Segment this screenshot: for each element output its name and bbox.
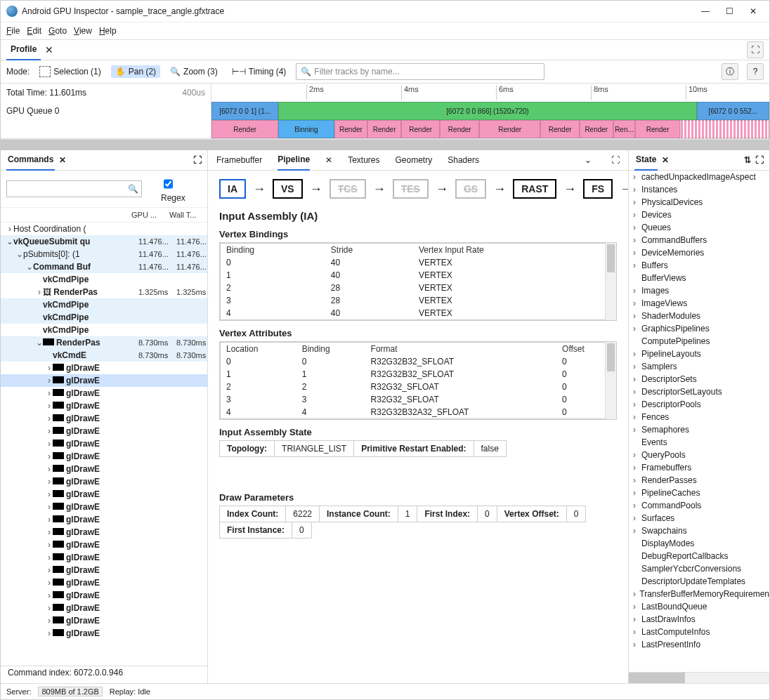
- stage-tes[interactable]: TES: [393, 179, 429, 199]
- timeline-block[interactable]: [6072 0 0 866] (1520x720): [278, 102, 697, 120]
- command-row[interactable]: ›glDrawE: [1, 463, 207, 475]
- command-row[interactable]: ⌄pSubmits[0]: (111.476...11.476...: [1, 248, 207, 260]
- state-item[interactable]: ›DescriptorPools: [629, 398, 769, 411]
- table-row[interactable]: 228VERTEX: [221, 282, 616, 294]
- command-row[interactable]: vkCmdPipe: [1, 273, 207, 286]
- timeline-block[interactable]: Render: [401, 120, 441, 138]
- fullscreen-icon[interactable]: ⛶: [193, 155, 202, 165]
- state-item[interactable]: ›ShaderModules: [629, 310, 769, 322]
- table-row[interactable]: 22R32G32_SFLOAT0: [221, 381, 616, 393]
- command-row[interactable]: ›glDrawE: [1, 513, 207, 526]
- table-row[interactable]: 328VERTEX: [221, 294, 616, 307]
- command-row[interactable]: vkCmdPipe: [1, 324, 207, 336]
- table-row[interactable]: 440VERTEX: [221, 307, 616, 320]
- close-button[interactable]: ✕: [743, 4, 764, 18]
- timeline-block[interactable]: [6072 0 0 552...: [697, 102, 769, 120]
- command-row[interactable]: ›glDrawE: [1, 437, 207, 450]
- timeline-block[interactable]: Render: [540, 120, 580, 138]
- table-row[interactable]: 00R32G32B32_SFLOAT0: [221, 355, 616, 368]
- state-item[interactable]: ›Samplers: [629, 360, 769, 373]
- command-row[interactable]: ›glDrawE: [1, 450, 207, 463]
- state-item[interactable]: ›GraphicsPipelines: [629, 322, 769, 335]
- stage-gs[interactable]: GS: [455, 179, 486, 199]
- sort-icon[interactable]: ⇅: [744, 155, 751, 165]
- state-item[interactable]: ›Semaphores: [629, 423, 769, 436]
- state-item[interactable]: ›PhysicalDevices: [629, 196, 769, 209]
- state-item[interactable]: ›Devices: [629, 209, 769, 221]
- filter-input[interactable]: 🔍Filter tracks by name...: [296, 63, 544, 80]
- table-row[interactable]: 44R32G32B32A32_SFLOAT0: [221, 406, 616, 419]
- command-row[interactable]: vkCmdPipe: [1, 311, 207, 324]
- state-item[interactable]: ComputePipelines: [629, 335, 769, 348]
- mode-pan[interactable]: ✋Pan (2): [111, 65, 160, 78]
- command-row[interactable]: ›glDrawE: [1, 387, 207, 399]
- timeline-block[interactable]: [680, 120, 769, 138]
- state-item[interactable]: ›Framebuffers: [629, 461, 769, 474]
- state-item[interactable]: DebugReportCallbacks: [629, 550, 769, 562]
- stage-fs[interactable]: FS: [583, 179, 613, 199]
- state-item[interactable]: ›cachedUnpackedImageAspect: [629, 171, 769, 183]
- command-row[interactable]: ›glDrawE: [1, 362, 207, 374]
- timeline-block[interactable]: Render: [367, 120, 401, 138]
- timeline-block[interactable]: Render: [334, 120, 368, 138]
- timeline-block[interactable]: Binning: [278, 120, 334, 138]
- scrollbar[interactable]: [605, 342, 616, 419]
- state-item[interactable]: ›Buffers: [629, 259, 769, 272]
- command-row[interactable]: ›glDrawE: [1, 539, 207, 551]
- timeline-block[interactable]: Render: [211, 120, 278, 138]
- info-icon[interactable]: ⓘ: [722, 63, 738, 80]
- command-row[interactable]: ›glDrawE: [1, 564, 207, 576]
- fullscreen-icon[interactable]: ⛶: [611, 155, 620, 165]
- close-icon[interactable]: ✕: [59, 155, 66, 165]
- state-item[interactable]: ›TransferBufferMemoryRequiremen: [629, 588, 769, 600]
- state-item[interactable]: ›DescriptorSetLayouts: [629, 385, 769, 398]
- state-item[interactable]: ›Fences: [629, 411, 769, 423]
- command-row[interactable]: ›glDrawE: [1, 576, 207, 589]
- command-search-input[interactable]: [6, 180, 142, 197]
- fullscreen-icon[interactable]: ⛶: [747, 41, 764, 58]
- state-item[interactable]: ›Queues: [629, 221, 769, 234]
- state-item[interactable]: ›PipelineLayouts: [629, 348, 769, 360]
- timeline-block[interactable]: [6072 0 0 1] (1...: [211, 102, 278, 120]
- state-item[interactable]: ›LastBoundQueue: [629, 600, 769, 613]
- command-row[interactable]: ›glDrawE: [1, 425, 207, 437]
- command-row[interactable]: ⌄Command Buf11.476...11.476...: [1, 260, 207, 273]
- state-item[interactable]: ›LastPresentInfo: [629, 638, 769, 651]
- command-row[interactable]: ›glDrawE: [1, 627, 207, 640]
- state-item[interactable]: SamplerYcbcrConversions: [629, 562, 769, 575]
- state-item[interactable]: ›DescriptorSets: [629, 373, 769, 385]
- help-icon[interactable]: ?: [747, 63, 764, 80]
- timeline-scrollbar[interactable]: [1, 139, 769, 150]
- menu-view[interactable]: View: [74, 26, 92, 36]
- state-item[interactable]: ›ImageViews: [629, 297, 769, 310]
- state-item[interactable]: ›LastDrawInfos: [629, 613, 769, 626]
- state-item[interactable]: ›CommandBuffers: [629, 234, 769, 246]
- command-row[interactable]: vkCmdE8.730ms8.730ms: [1, 349, 207, 362]
- tab-framebuffer[interactable]: Framebuffer: [216, 150, 262, 170]
- command-row[interactable]: ›glDrawE: [1, 501, 207, 513]
- state-item[interactable]: ›Swapchains: [629, 524, 769, 537]
- scrollbar[interactable]: [605, 243, 616, 320]
- command-row[interactable]: ›glDrawE: [1, 374, 207, 387]
- command-row[interactable]: ›glDrawE: [1, 614, 207, 627]
- chevron-down-icon[interactable]: ⌄: [585, 155, 592, 165]
- command-row[interactable]: ›glDrawE: [1, 602, 207, 614]
- state-item[interactable]: BufferViews: [629, 272, 769, 284]
- state-item[interactable]: ›DeviceMemories: [629, 246, 769, 259]
- state-item[interactable]: Events: [629, 436, 769, 449]
- state-item[interactable]: ›RenderPasses: [629, 474, 769, 487]
- tab-pipeline[interactable]: Pipeline: [278, 150, 310, 171]
- timeline-block[interactable]: Ren...: [613, 120, 636, 138]
- regex-checkbox[interactable]: Regex: [161, 175, 202, 203]
- state-tree[interactable]: ›cachedUnpackedImageAspect›Instances›Phy…: [629, 171, 769, 672]
- mode-timing[interactable]: ⊢⊣Timing (4): [228, 65, 291, 78]
- tab-shaders[interactable]: Shaders: [448, 150, 479, 170]
- state-item[interactable]: ›PipelineCaches: [629, 487, 769, 499]
- timeline-block[interactable]: Render: [635, 120, 680, 138]
- gpu-queue-lane[interactable]: [6072 0 0 1] (1...[6072 0 0 866] (1520x7…: [211, 102, 769, 120]
- menu-goto[interactable]: Goto: [48, 26, 67, 36]
- command-row[interactable]: ⌄vkQueueSubmit qu11.476...11.476...: [1, 235, 207, 248]
- timeline-block[interactable]: Render: [580, 120, 613, 138]
- command-row[interactable]: ›Host Coordination (: [1, 223, 207, 235]
- command-row[interactable]: ›glDrawE: [1, 526, 207, 539]
